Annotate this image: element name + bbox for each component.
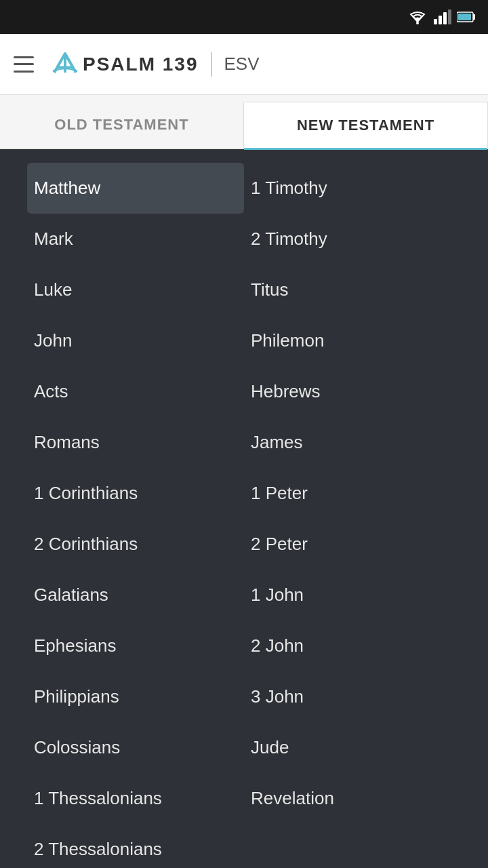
book-item-matthew[interactable]: Matthew (27, 163, 244, 214)
svg-rect-6 (473, 14, 475, 20)
book-item-2-thessalonians[interactable]: 2 Thessalonians (27, 824, 244, 868)
book-item-james[interactable]: James (244, 417, 461, 468)
book-item-jude[interactable]: Jude (244, 722, 461, 773)
book-item-galatians[interactable]: Galatians (27, 570, 244, 620)
hamburger-menu-button[interactable] (14, 56, 34, 73)
book-item-mark[interactable]: Mark (27, 214, 244, 264)
book-item-1-john[interactable]: 1 John (244, 570, 461, 620)
current-passage[interactable]: PSALM 139 (83, 54, 199, 75)
book-item-philemon[interactable]: Philemon (244, 315, 461, 366)
book-item-1-thessalonians[interactable]: 1 Thessalonians (27, 773, 244, 824)
tab-new-testament[interactable]: NEW TESTAMENT (243, 102, 488, 149)
book-item-1-corinthians[interactable]: 1 Corinthians (27, 468, 244, 519)
bible-version[interactable]: ESV (224, 54, 260, 75)
book-item-1-peter[interactable]: 1 Peter (244, 468, 461, 519)
svg-rect-3 (443, 12, 447, 24)
book-item-hebrews[interactable]: Hebrews (244, 366, 461, 417)
book-item-luke[interactable]: Luke (27, 264, 244, 315)
book-item-ephesians[interactable]: Ephesians (27, 620, 244, 671)
book-item-3-john[interactable]: 3 John (244, 671, 461, 722)
active-tab-indicator (244, 148, 487, 150)
book-item-empty (244, 824, 461, 868)
book-item-philippians[interactable]: Philippians (27, 671, 244, 722)
svg-rect-4 (448, 9, 451, 24)
battery-icon (457, 11, 476, 23)
bible-logo-icon (47, 47, 83, 82)
svg-point-0 (416, 22, 419, 24)
book-item-john[interactable]: John (27, 315, 244, 366)
header-divider (211, 52, 212, 77)
svg-rect-2 (439, 16, 442, 24)
book-item-titus[interactable]: Titus (244, 264, 461, 315)
wifi-icon (407, 9, 428, 24)
book-item-1-timothy[interactable]: 1 Timothy (244, 163, 461, 214)
book-item-2-john[interactable]: 2 John (244, 620, 461, 671)
book-item-colossians[interactable]: Colossians (27, 722, 244, 773)
book-item-2-peter[interactable]: 2 Peter (244, 519, 461, 570)
svg-rect-7 (458, 14, 471, 20)
book-list: Matthew1 TimothyMark2 TimothyLukeTitusJo… (0, 149, 488, 868)
tab-old-testament[interactable]: OLD TESTAMENT (0, 101, 243, 149)
header: PSALM 139 ESV (0, 34, 488, 95)
book-item-romans[interactable]: Romans (27, 417, 244, 468)
testament-tabs: OLD TESTAMENT NEW TESTAMENT (0, 95, 488, 149)
book-item-revelation[interactable]: Revelation (244, 773, 461, 824)
book-item-acts[interactable]: Acts (27, 366, 244, 417)
svg-rect-1 (434, 19, 437, 24)
book-item-2-timothy[interactable]: 2 Timothy (244, 214, 461, 264)
signal-icon (434, 9, 451, 24)
book-item-2-corinthians[interactable]: 2 Corinthians (27, 519, 244, 570)
status-icons (407, 9, 476, 24)
status-bar (0, 0, 488, 34)
